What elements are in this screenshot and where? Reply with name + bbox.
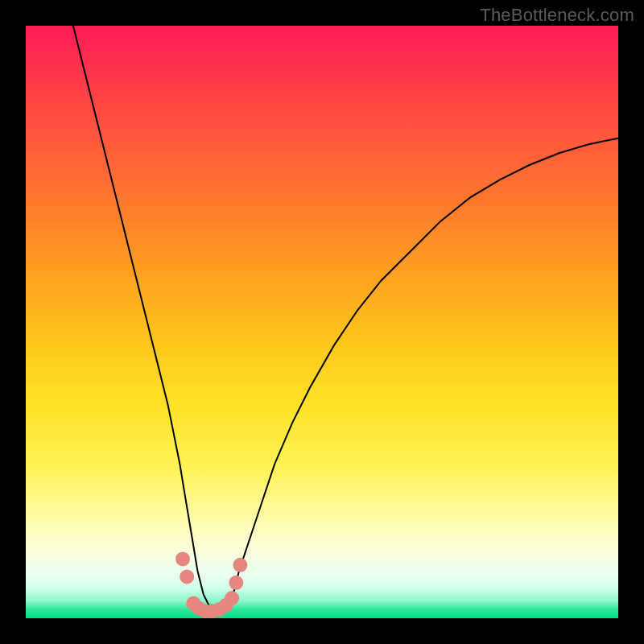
watermark-text: TheBottleneck.com [480, 5, 634, 26]
data-marker [175, 551, 190, 566]
data-marker [233, 558, 247, 572]
bottleneck-curve-svg [26, 26, 618, 618]
data-marker [180, 570, 194, 584]
data-marker [229, 576, 243, 590]
curve-layer [73, 26, 618, 613]
marker-layer [175, 551, 247, 618]
plot-area [26, 26, 618, 618]
bottleneck-curve-path [73, 26, 618, 613]
chart-frame: TheBottleneck.com [0, 0, 644, 644]
data-marker [225, 591, 239, 605]
